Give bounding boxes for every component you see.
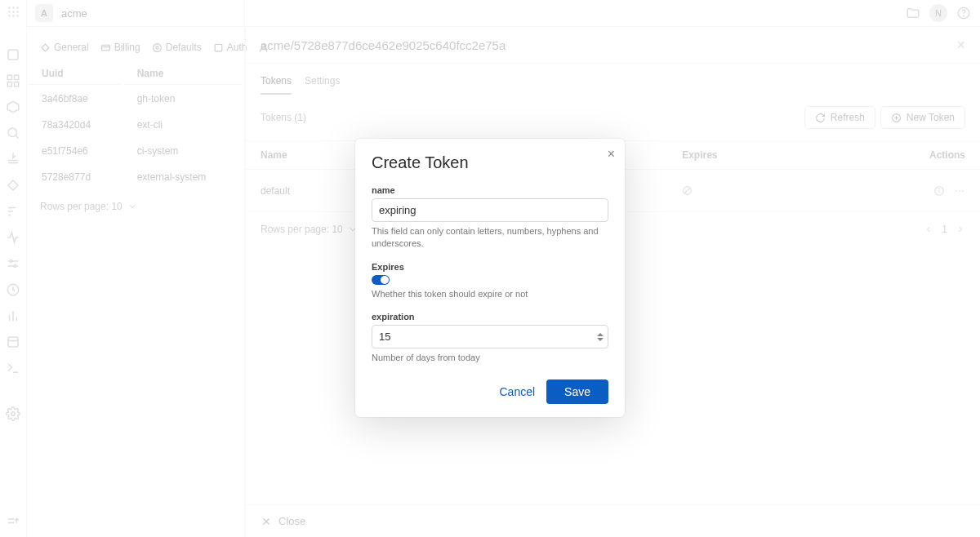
expiration-help: Number of days from today	[372, 352, 608, 364]
expires-toggle[interactable]	[372, 275, 390, 285]
name-label: name	[372, 185, 608, 195]
cancel-button[interactable]: Cancel	[496, 380, 538, 403]
expiration-label: expiration	[372, 312, 608, 322]
step-down-icon[interactable]	[597, 338, 604, 341]
modal-actions: Cancel Save	[372, 379, 608, 404]
step-up-icon[interactable]	[597, 333, 604, 336]
expiration-input[interactable]	[372, 325, 608, 348]
expires-label: Expires	[372, 262, 608, 272]
expiration-field-block: expiration Number of days from today	[372, 312, 608, 364]
app-root: A acme N General Billing Defaults Auth U…	[0, 0, 980, 537]
modal-close-button[interactable]: ×	[608, 147, 615, 162]
expires-field-block: Expires Whether this token should expire…	[372, 262, 608, 300]
create-token-modal: × Create Token name This field can only …	[355, 139, 625, 417]
number-stepper[interactable]	[597, 333, 604, 341]
name-input[interactable]	[372, 198, 608, 222]
save-button[interactable]: Save	[546, 379, 608, 404]
modal-title: Create Token	[372, 153, 608, 172]
name-help: This field can only contain letters, num…	[372, 225, 608, 251]
expires-help: Whether this token should expire or not	[372, 288, 608, 300]
name-field-block: name This field can only contain letters…	[372, 185, 608, 251]
modal-backdrop: × Create Token name This field can only …	[0, 0, 980, 537]
